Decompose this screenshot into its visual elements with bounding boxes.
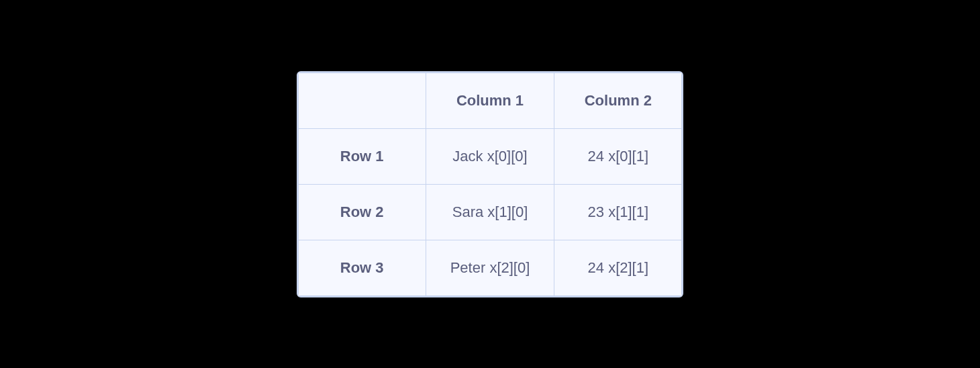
data-table: Column 1 Column 2 Row 1 Jack x[0][0] 24 …	[297, 71, 684, 297]
table-header-row: Column 1 Column 2	[298, 73, 682, 128]
column-header-2: Column 2	[554, 73, 682, 128]
row-header-2: Row 2	[298, 184, 426, 240]
cell-1-1: 23 x[1][1]	[554, 184, 682, 240]
table-row: Row 1 Jack x[0][0] 24 x[0][1]	[298, 128, 682, 184]
row-header-3: Row 3	[298, 240, 426, 295]
table-row: Row 2 Sara x[1][0] 23 x[1][1]	[298, 184, 682, 240]
cell-2-0: Peter x[2][0]	[426, 240, 554, 295]
cell-0-1: 24 x[0][1]	[554, 128, 682, 184]
corner-cell	[298, 73, 426, 128]
column-header-1: Column 1	[426, 73, 554, 128]
row-header-1: Row 1	[298, 128, 426, 184]
cell-0-0: Jack x[0][0]	[426, 128, 554, 184]
table: Column 1 Column 2 Row 1 Jack x[0][0] 24 …	[298, 73, 683, 296]
cell-1-0: Sara x[1][0]	[426, 184, 554, 240]
table-row: Row 3 Peter x[2][0] 24 x[2][1]	[298, 240, 682, 295]
cell-2-1: 24 x[2][1]	[554, 240, 682, 295]
